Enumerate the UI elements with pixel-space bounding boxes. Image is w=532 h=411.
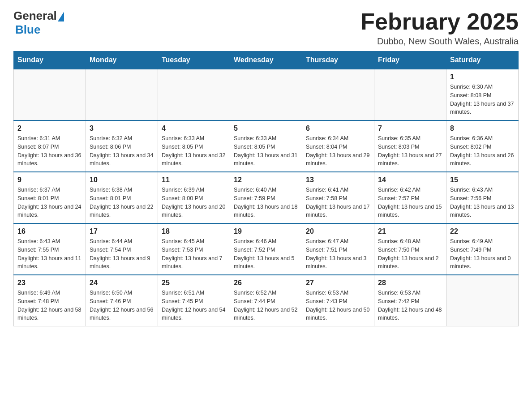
calendar-day-cell: 7Sunrise: 6:35 AMSunset: 8:03 PMDaylight…: [374, 120, 446, 172]
calendar-day-cell: 26Sunrise: 6:52 AMSunset: 7:44 PMDayligh…: [230, 275, 302, 326]
calendar-day-cell: 8Sunrise: 6:36 AMSunset: 8:02 PMDaylight…: [446, 120, 519, 172]
day-info: Sunrise: 6:33 AMSunset: 8:05 PMDaylight:…: [234, 134, 298, 168]
day-number: 7: [378, 124, 442, 133]
calendar-day-cell: [230, 69, 302, 120]
calendar-day-cell: 10Sunrise: 6:38 AMSunset: 8:01 PMDayligh…: [86, 172, 158, 223]
calendar-day-cell: 24Sunrise: 6:50 AMSunset: 7:46 PMDayligh…: [86, 275, 158, 326]
page-header: General Blue February 2025 Dubbo, New So…: [13, 9, 519, 47]
day-info: Sunrise: 6:53 AMSunset: 7:43 PMDaylight:…: [306, 289, 370, 322]
calendar-day-cell: 12Sunrise: 6:40 AMSunset: 7:59 PMDayligh…: [230, 172, 302, 223]
day-number: 25: [162, 279, 226, 287]
day-info: Sunrise: 6:34 AMSunset: 8:04 PMDaylight:…: [306, 134, 370, 168]
calendar-week-row: 2Sunrise: 6:31 AMSunset: 8:07 PMDaylight…: [14, 120, 519, 172]
calendar-day-cell: [86, 69, 158, 120]
calendar-day-cell: 15Sunrise: 6:43 AMSunset: 7:56 PMDayligh…: [446, 172, 519, 223]
day-info: Sunrise: 6:37 AMSunset: 8:01 PMDaylight:…: [17, 186, 82, 219]
day-info: Sunrise: 6:51 AMSunset: 7:45 PMDaylight:…: [162, 289, 226, 322]
day-number: 24: [90, 279, 154, 287]
calendar-day-cell: 9Sunrise: 6:37 AMSunset: 8:01 PMDaylight…: [14, 172, 86, 223]
calendar-day-cell: 17Sunrise: 6:44 AMSunset: 7:54 PMDayligh…: [86, 223, 158, 275]
day-number: 16: [17, 227, 82, 235]
day-number: 10: [90, 176, 154, 184]
calendar-week-row: 23Sunrise: 6:49 AMSunset: 7:48 PMDayligh…: [14, 275, 519, 326]
day-of-week-header: Thursday: [302, 51, 374, 69]
day-info: Sunrise: 6:48 AMSunset: 7:50 PMDaylight:…: [378, 237, 442, 271]
calendar-day-cell: 6Sunrise: 6:34 AMSunset: 8:04 PMDaylight…: [302, 120, 374, 172]
day-number: 15: [450, 176, 515, 184]
day-number: 21: [378, 227, 442, 235]
day-number: 1: [450, 73, 515, 81]
day-info: Sunrise: 6:41 AMSunset: 7:58 PMDaylight:…: [306, 186, 370, 219]
day-number: 18: [162, 227, 226, 235]
day-info: Sunrise: 6:38 AMSunset: 8:01 PMDaylight:…: [90, 186, 154, 219]
calendar-week-row: 9Sunrise: 6:37 AMSunset: 8:01 PMDaylight…: [14, 172, 519, 223]
calendar-day-cell: [158, 69, 230, 120]
day-number: 23: [17, 279, 82, 287]
day-of-week-header: Friday: [374, 51, 446, 69]
day-info: Sunrise: 6:52 AMSunset: 7:44 PMDaylight:…: [234, 289, 298, 322]
calendar-day-cell: 14Sunrise: 6:42 AMSunset: 7:57 PMDayligh…: [374, 172, 446, 223]
day-number: 20: [306, 227, 370, 235]
day-of-week-header: Sunday: [14, 51, 86, 69]
day-number: 27: [306, 279, 370, 287]
day-number: 13: [306, 176, 370, 184]
day-info: Sunrise: 6:39 AMSunset: 8:00 PMDaylight:…: [162, 186, 226, 219]
calendar-header-row: SundayMondayTuesdayWednesdayThursdayFrid…: [14, 51, 519, 69]
calendar-day-cell: 23Sunrise: 6:49 AMSunset: 7:48 PMDayligh…: [14, 275, 86, 326]
day-info: Sunrise: 6:42 AMSunset: 7:57 PMDaylight:…: [378, 186, 442, 219]
day-number: 5: [234, 124, 298, 133]
calendar-day-cell: 19Sunrise: 6:46 AMSunset: 7:52 PMDayligh…: [230, 223, 302, 275]
calendar-day-cell: 18Sunrise: 6:45 AMSunset: 7:53 PMDayligh…: [158, 223, 230, 275]
day-info: Sunrise: 6:45 AMSunset: 7:53 PMDaylight:…: [162, 237, 226, 271]
day-info: Sunrise: 6:49 AMSunset: 7:48 PMDaylight:…: [17, 289, 82, 322]
title-section: February 2025 Dubbo, New South Wales, Au…: [360, 9, 519, 47]
calendar-day-cell: [374, 69, 446, 120]
calendar-week-row: 1Sunrise: 6:30 AMSunset: 8:08 PMDaylight…: [14, 69, 519, 120]
day-number: 12: [234, 176, 298, 184]
day-number: 9: [17, 176, 82, 184]
calendar-day-cell: 11Sunrise: 6:39 AMSunset: 8:00 PMDayligh…: [158, 172, 230, 223]
calendar-day-cell: [446, 275, 519, 326]
calendar-day-cell: 1Sunrise: 6:30 AMSunset: 8:08 PMDaylight…: [446, 69, 519, 120]
calendar-day-cell: [302, 69, 374, 120]
calendar-day-cell: 13Sunrise: 6:41 AMSunset: 7:58 PMDayligh…: [302, 172, 374, 223]
day-number: 17: [90, 227, 154, 235]
day-number: 22: [450, 227, 515, 235]
calendar-day-cell: 21Sunrise: 6:48 AMSunset: 7:50 PMDayligh…: [374, 223, 446, 275]
day-info: Sunrise: 6:47 AMSunset: 7:51 PMDaylight:…: [306, 237, 370, 271]
day-info: Sunrise: 6:40 AMSunset: 7:59 PMDaylight:…: [234, 186, 298, 219]
day-number: 28: [378, 279, 442, 287]
day-of-week-header: Tuesday: [158, 51, 230, 69]
day-info: Sunrise: 6:46 AMSunset: 7:52 PMDaylight:…: [234, 237, 298, 271]
day-number: 26: [234, 279, 298, 287]
calendar-day-cell: 28Sunrise: 6:53 AMSunset: 7:42 PMDayligh…: [374, 275, 446, 326]
day-info: Sunrise: 6:33 AMSunset: 8:05 PMDaylight:…: [162, 134, 226, 168]
day-number: 2: [17, 124, 82, 133]
day-number: 6: [306, 124, 370, 133]
calendar-day-cell: 5Sunrise: 6:33 AMSunset: 8:05 PMDaylight…: [230, 120, 302, 172]
day-number: 3: [90, 124, 154, 133]
calendar-day-cell: 20Sunrise: 6:47 AMSunset: 7:51 PMDayligh…: [302, 223, 374, 275]
day-info: Sunrise: 6:31 AMSunset: 8:07 PMDaylight:…: [17, 134, 82, 168]
calendar-day-cell: [14, 69, 86, 120]
calendar-title: February 2025: [360, 9, 519, 34]
day-info: Sunrise: 6:43 AMSunset: 7:55 PMDaylight:…: [17, 237, 82, 271]
day-number: 4: [162, 124, 226, 133]
day-info: Sunrise: 6:43 AMSunset: 7:56 PMDaylight:…: [450, 186, 515, 219]
calendar-day-cell: 2Sunrise: 6:31 AMSunset: 8:07 PMDaylight…: [14, 120, 86, 172]
day-of-week-header: Saturday: [446, 51, 519, 69]
calendar-day-cell: 27Sunrise: 6:53 AMSunset: 7:43 PMDayligh…: [302, 275, 374, 326]
day-number: 19: [234, 227, 298, 235]
logo: General Blue: [13, 9, 64, 37]
day-info: Sunrise: 6:30 AMSunset: 8:08 PMDaylight:…: [450, 83, 515, 116]
calendar-table: SundayMondayTuesdayWednesdayThursdayFrid…: [13, 51, 519, 326]
logo-general-text: General: [13, 9, 57, 23]
day-number: 14: [378, 176, 442, 184]
day-number: 11: [162, 176, 226, 184]
logo-blue-text: Blue: [15, 23, 40, 37]
day-of-week-header: Monday: [86, 51, 158, 69]
day-info: Sunrise: 6:36 AMSunset: 8:02 PMDaylight:…: [450, 134, 515, 168]
calendar-subtitle: Dubbo, New South Wales, Australia: [360, 36, 519, 47]
day-info: Sunrise: 6:49 AMSunset: 7:49 PMDaylight:…: [450, 237, 515, 271]
calendar-day-cell: 22Sunrise: 6:49 AMSunset: 7:49 PMDayligh…: [446, 223, 519, 275]
